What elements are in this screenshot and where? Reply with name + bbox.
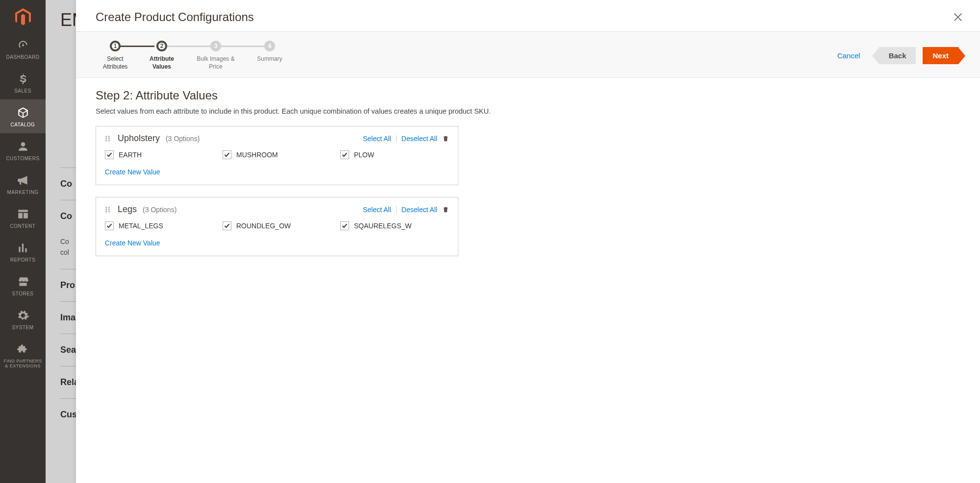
nav-dashboard[interactable]: DASHBOARD bbox=[0, 32, 46, 66]
step-description: Select values from each attribute to inc… bbox=[96, 107, 960, 115]
modal-header: Create Product Configurations bbox=[76, 0, 980, 31]
svg-point-7 bbox=[108, 140, 110, 141]
megaphone-icon bbox=[17, 174, 29, 187]
deselect-all-link[interactable]: Deselect All bbox=[402, 206, 437, 214]
select-all-link[interactable]: Select All bbox=[363, 206, 391, 214]
svg-point-6 bbox=[105, 140, 107, 141]
nav-label: MARKETING bbox=[7, 190, 39, 195]
dollar-icon bbox=[17, 72, 29, 85]
layout-icon bbox=[17, 208, 29, 220]
trash-icon bbox=[442, 135, 449, 143]
drag-handle-icon[interactable] bbox=[105, 206, 112, 213]
next-button[interactable]: Next bbox=[923, 47, 965, 64]
bars-icon bbox=[17, 242, 29, 254]
step-summary[interactable]: 4 Summary bbox=[243, 41, 297, 63]
checkbox[interactable] bbox=[340, 221, 349, 230]
value-earth[interactable]: EARTH bbox=[105, 150, 213, 159]
value-squarelegs[interactable]: SQAURELEGS_W bbox=[340, 221, 448, 230]
cancel-button[interactable]: Cancel bbox=[832, 48, 865, 64]
svg-point-5 bbox=[108, 138, 110, 139]
nav-label: SYSTEM bbox=[12, 325, 33, 330]
check-icon bbox=[106, 152, 112, 158]
modal-title: Create Product Configurations bbox=[96, 10, 254, 24]
nav-system[interactable]: SYSTEM bbox=[0, 302, 46, 336]
value-metal-legs[interactable]: METAL_LEGS bbox=[105, 221, 213, 230]
step-number: 4 bbox=[264, 41, 275, 51]
arrow-left-icon bbox=[872, 48, 879, 64]
create-configurations-modal: Create Product Configurations 1 Select A… bbox=[76, 0, 980, 483]
nav-reports[interactable]: REPORTS bbox=[0, 235, 46, 268]
drag-handle-icon[interactable] bbox=[105, 135, 112, 142]
deselect-all-link[interactable]: Deselect All bbox=[402, 135, 437, 143]
value-label: PLOW bbox=[354, 151, 374, 159]
nav-customers[interactable]: CUSTOMERS bbox=[0, 133, 46, 167]
back-button[interactable]: Back bbox=[872, 47, 916, 64]
step-number: 1 bbox=[110, 41, 121, 51]
select-all-link[interactable]: Select All bbox=[363, 135, 391, 143]
check-icon bbox=[342, 223, 348, 229]
delete-attribute-button[interactable] bbox=[442, 135, 449, 143]
step-label: Attribute Values bbox=[140, 55, 184, 71]
step-select-attributes[interactable]: 1 Select Attributes bbox=[96, 41, 135, 71]
step-number: 3 bbox=[210, 41, 221, 51]
delete-attribute-button[interactable] bbox=[442, 206, 449, 214]
nav-catalog[interactable]: CATALOG bbox=[0, 99, 46, 133]
value-plow[interactable]: PLOW bbox=[340, 150, 448, 159]
nav-label: REPORTS bbox=[10, 257, 36, 263]
nav-content[interactable]: CONTENT bbox=[0, 201, 46, 235]
gear-icon bbox=[17, 309, 29, 322]
step-label: Summary bbox=[257, 55, 282, 63]
svg-point-13 bbox=[108, 211, 110, 212]
nav-label: CONTENT bbox=[10, 223, 36, 229]
svg-point-8 bbox=[105, 207, 107, 208]
svg-point-11 bbox=[108, 209, 110, 210]
modal-body: Step 2: Attribute Values Select values f… bbox=[76, 78, 980, 483]
attribute-box-legs: Legs (3 Options) Select All Deselect All… bbox=[96, 197, 458, 256]
attribute-box-upholstery: Upholstery (3 Options) Select All Desele… bbox=[96, 126, 458, 185]
value-label: EARTH bbox=[119, 151, 142, 159]
svg-point-2 bbox=[105, 136, 107, 137]
svg-point-10 bbox=[105, 209, 107, 210]
wizard-steps: 1 Select Attributes 2 Attribute Values 3… bbox=[96, 41, 297, 71]
svg-point-4 bbox=[105, 138, 107, 139]
checkbox[interactable] bbox=[340, 150, 349, 159]
check-icon bbox=[342, 152, 348, 158]
checkbox[interactable] bbox=[223, 150, 231, 159]
back-button-label: Back bbox=[879, 47, 916, 64]
nav-label: CATALOG bbox=[11, 122, 35, 127]
trash-icon bbox=[442, 206, 449, 214]
arrow-right-icon bbox=[958, 48, 965, 64]
nav-label: CUSTOMERS bbox=[6, 156, 39, 161]
gauge-icon bbox=[17, 39, 29, 51]
step-number: 2 bbox=[156, 41, 167, 51]
checkbox[interactable] bbox=[105, 221, 114, 230]
store-icon bbox=[17, 275, 29, 288]
close-icon bbox=[953, 12, 963, 23]
admin-sidebar: DASHBOARD SALES CATALOG CUSTOMERS MARKET… bbox=[0, 0, 46, 483]
value-roundleg[interactable]: ROUNDLEG_OW bbox=[223, 221, 330, 230]
nav-partners[interactable]: FIND PARTNERS & EXTENSIONS bbox=[0, 336, 46, 374]
check-icon bbox=[224, 223, 230, 229]
puzzle-icon bbox=[17, 343, 29, 356]
close-button[interactable] bbox=[951, 10, 965, 24]
nav-label: FIND PARTNERS & EXTENSIONS bbox=[2, 359, 44, 368]
wizard-bar: 1 Select Attributes 2 Attribute Values 3… bbox=[76, 31, 980, 78]
nav-sales[interactable]: SALES bbox=[0, 66, 46, 99]
magento-logo[interactable] bbox=[0, 5, 46, 29]
wizard-actions: Cancel Back Next bbox=[832, 47, 965, 64]
create-new-value-link[interactable]: Create New Value bbox=[105, 168, 160, 176]
value-label: SQAURELEGS_W bbox=[354, 222, 411, 230]
checkbox[interactable] bbox=[105, 150, 114, 159]
value-mushroom[interactable]: MUSHROOM bbox=[223, 150, 330, 159]
create-new-value-link[interactable]: Create New Value bbox=[105, 239, 160, 247]
nav-stores[interactable]: STORES bbox=[0, 268, 46, 302]
checkbox[interactable] bbox=[223, 221, 231, 230]
attribute-count: (3 Options) bbox=[143, 206, 176, 214]
attribute-count: (3 Options) bbox=[166, 135, 200, 143]
svg-point-12 bbox=[105, 211, 107, 212]
value-label: METAL_LEGS bbox=[119, 222, 163, 230]
nav-marketing[interactable]: MARKETING bbox=[0, 167, 46, 201]
person-icon bbox=[17, 140, 29, 153]
step-label: Select Attributes bbox=[96, 55, 135, 71]
step-heading: Step 2: Attribute Values bbox=[96, 89, 960, 102]
